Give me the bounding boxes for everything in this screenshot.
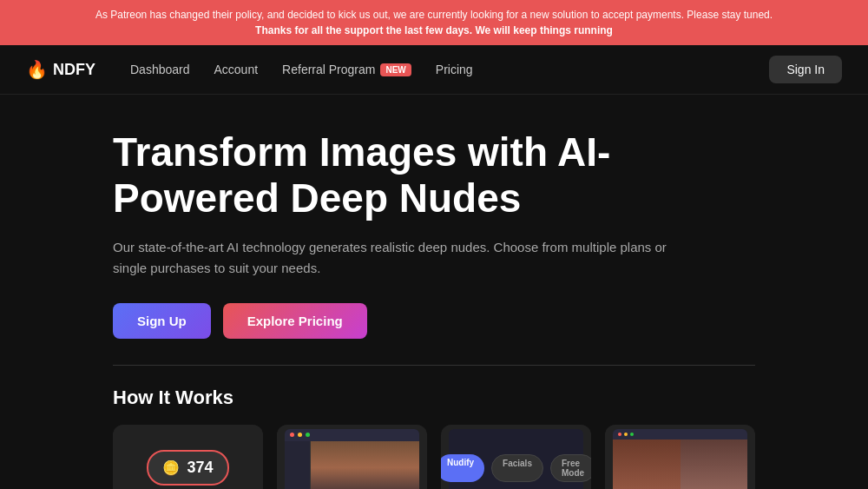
screenshot-body: [285, 441, 420, 489]
pill-nudify[interactable]: Nudify: [441, 454, 484, 482]
pdot-y: [624, 433, 628, 436]
dot-red: [290, 433, 294, 437]
flame-icon: 🔥: [26, 59, 48, 80]
nav-links: Dashboard Account Referral Program NEW P…: [130, 63, 769, 76]
card-credits: 🪙 374 Get some credits: [113, 425, 263, 489]
screenshot-topbar: [285, 429, 420, 441]
hero-subtitle: Our state-of-the-art AI technology gener…: [113, 237, 686, 279]
navbar: 🔥 NDFY Dashboard Account Referral Progra…: [0, 45, 868, 95]
nav-referral-label: Referral Program: [282, 63, 375, 76]
credits-coin-icon: 🪙: [162, 459, 180, 476]
card-upload: Upload Your Image: [277, 425, 427, 489]
card-preset: Nudify Facials Free Mode Select a preset…: [441, 425, 591, 489]
explore-pricing-button[interactable]: Explore Pricing: [223, 303, 367, 339]
banner-line1: As Patreon has changed their policy, and…: [17, 7, 851, 23]
hero-section: Transform Images with AI-Powered Deep Nu…: [0, 95, 868, 365]
screenshot-main: [311, 441, 420, 489]
nav-logo[interactable]: 🔥 NDFY: [26, 59, 95, 80]
hero-title: Transform Images with AI-Powered Deep Nu…: [113, 129, 634, 221]
pill-facials[interactable]: Facials: [491, 454, 543, 482]
card-upload-image: [277, 425, 427, 489]
process-left: [613, 439, 681, 489]
card-preset-image: Nudify Facials Free Mode: [441, 425, 591, 489]
pill-free-mode[interactable]: Free Mode: [550, 454, 591, 482]
hero-buttons: Sign Up Explore Pricing: [113, 303, 755, 339]
photo-placeholder: [311, 441, 420, 489]
upload-screenshot: [285, 429, 420, 489]
pdot-r: [618, 433, 621, 436]
nav-account[interactable]: Account: [214, 63, 259, 76]
logo-text: NDFY: [53, 61, 95, 79]
how-title: How It Works: [113, 387, 755, 409]
process-topbar: [613, 429, 748, 439]
dot-yellow: [298, 433, 302, 437]
card-process-image: [605, 425, 755, 489]
new-badge: NEW: [380, 63, 411, 76]
signup-button[interactable]: Sign Up: [113, 303, 211, 339]
screenshot-sidebar: [285, 441, 311, 489]
cards-row: 🪙 374 Get some credits: [113, 425, 755, 489]
process-screenshot: [613, 429, 748, 489]
pdot-g: [630, 433, 634, 436]
process-right: [681, 439, 748, 489]
top-banner: As Patreon has changed their policy, and…: [0, 0, 868, 45]
preset-pills: Nudify Facials Free Mode: [441, 454, 591, 482]
signin-button[interactable]: Sign In: [769, 56, 842, 83]
credits-display: 🪙 374: [147, 450, 228, 486]
nav-pricing[interactable]: Pricing: [436, 63, 473, 76]
dot-green: [306, 433, 310, 437]
nav-dashboard[interactable]: Dashboard: [130, 63, 190, 76]
preset-screenshot: Nudify Facials Free Mode: [449, 429, 584, 489]
credits-value: 374: [187, 459, 213, 477]
nav-referral[interactable]: Referral Program NEW: [282, 63, 411, 76]
how-it-works-section: How It Works 🪙 374 Get some credits: [0, 366, 868, 489]
banner-line2: Thanks for all the support the last few …: [17, 23, 851, 38]
card-process: Process and Receive Your Result in Secon…: [605, 425, 755, 489]
card-credits-image: 🪙 374: [113, 425, 263, 489]
